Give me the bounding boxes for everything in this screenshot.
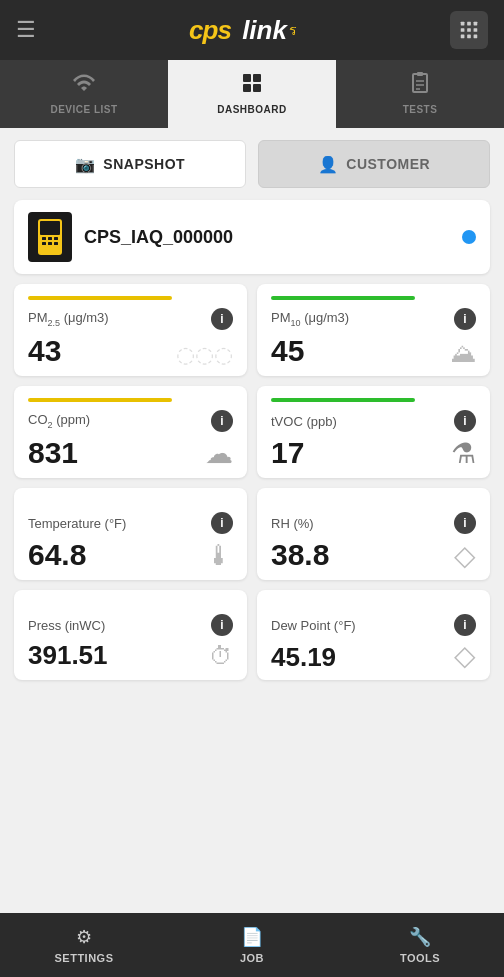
nav-tabs: DEVICE LIST DASHBOARD TESTS — [0, 60, 504, 128]
rh-bar — [271, 500, 415, 504]
svg-rect-19 — [40, 221, 60, 235]
dewpoint-value: 45.19 — [271, 644, 336, 670]
logo-cps: cps — [189, 15, 231, 46]
svg-rect-23 — [42, 242, 46, 245]
action-buttons: 📷 SNAPSHOT 👤 CUSTOMER — [0, 128, 504, 200]
press-bar — [28, 602, 172, 606]
svg-rect-4 — [467, 28, 471, 32]
svg-rect-25 — [54, 242, 58, 245]
dashboard-icon — [240, 71, 264, 100]
rh-info-button[interactable]: i — [454, 512, 476, 534]
tab-dashboard-label: DASHBOARD — [217, 104, 287, 115]
dewpoint-info-button[interactable]: i — [454, 614, 476, 636]
svg-rect-1 — [467, 22, 471, 26]
device-image-icon — [36, 219, 64, 255]
tab-tests-label: TESTS — [403, 104, 438, 115]
device-area: CPS_IAQ_000000 PM2.5 (μg/m3) i 43 ◌◌◌ PM… — [0, 200, 504, 913]
co2-bar — [28, 398, 172, 402]
person-icon: 👤 — [318, 155, 339, 174]
svg-rect-9 — [243, 74, 251, 82]
metric-temperature: Temperature (°F) i 64.8 🌡 — [14, 488, 247, 580]
metrics-grid: PM2.5 (μg/m3) i 43 ◌◌◌ PM10 (μg/m3) i 45… — [14, 284, 490, 680]
co2-value: 831 — [28, 438, 78, 468]
svg-rect-12 — [253, 84, 261, 92]
temp-value: 64.8 — [28, 540, 86, 570]
customer-label: CUSTOMER — [346, 156, 430, 172]
header: ☰ cps link ร — [0, 0, 504, 60]
tvoc-value: 17 — [271, 438, 304, 468]
tvoc-bar — [271, 398, 415, 402]
tvoc-icon: ⚗ — [451, 440, 476, 468]
device-status-indicator — [462, 230, 476, 244]
job-button[interactable]: 📄 JOB — [168, 913, 336, 977]
svg-rect-24 — [48, 242, 52, 245]
logo-link: link — [242, 15, 287, 46]
dewpoint-bar — [271, 602, 415, 606]
snapshot-label: SNAPSHOT — [103, 156, 185, 172]
pm10-bar — [271, 296, 415, 300]
tools-label: TOOLS — [400, 952, 440, 964]
tvoc-label: tVOC (ppb) — [271, 414, 337, 429]
dewpoint-icon: ◇ — [454, 642, 476, 670]
dewpoint-label: Dew Point (°F) — [271, 618, 356, 633]
tab-dashboard[interactable]: DASHBOARD — [168, 60, 336, 128]
settings-label: SETTINGS — [54, 952, 113, 964]
svg-rect-14 — [417, 72, 423, 76]
tools-button[interactable]: 🔧 TOOLS — [336, 913, 504, 977]
settings-icon: ⚙ — [76, 926, 92, 948]
tab-tests[interactable]: TESTS — [336, 60, 504, 128]
device-header[interactable]: CPS_IAQ_000000 — [14, 200, 490, 274]
metric-co2: CO2 (ppm) i 831 ☁ — [14, 386, 247, 478]
temp-icon: 🌡 — [205, 542, 233, 570]
press-value: 391.51 — [28, 642, 108, 668]
wifi-icon — [72, 71, 96, 100]
pm10-label: PM10 (μg/m3) — [271, 310, 349, 328]
pm10-value: 45 — [271, 336, 304, 366]
svg-rect-8 — [474, 35, 478, 39]
pm25-bar — [28, 296, 172, 300]
logo-signal-icon: ร — [289, 19, 297, 41]
metric-pm10: PM10 (μg/m3) i 45 ⛰ — [257, 284, 490, 376]
tvoc-info-button[interactable]: i — [454, 410, 476, 432]
pm10-icon: ⛰ — [450, 340, 476, 366]
rh-icon: ◇ — [454, 542, 476, 570]
pm25-value: 43 — [28, 336, 61, 366]
press-info-button[interactable]: i — [211, 614, 233, 636]
press-label: Press (inWC) — [28, 618, 105, 633]
svg-rect-0 — [461, 22, 465, 26]
rh-label: RH (%) — [271, 516, 314, 531]
pm10-info-button[interactable]: i — [454, 308, 476, 330]
co2-info-button[interactable]: i — [211, 410, 233, 432]
metric-press: Press (inWC) i 391.51 ⏱ — [14, 590, 247, 680]
metric-tvoc: tVOC (ppb) i 17 ⚗ — [257, 386, 490, 478]
grid-button[interactable] — [450, 11, 488, 49]
logo: cps link ร — [189, 15, 297, 46]
job-label: JOB — [240, 952, 264, 964]
grid-icon — [458, 19, 480, 41]
svg-rect-6 — [461, 35, 465, 39]
tab-device-list-label: DEVICE LIST — [50, 104, 117, 115]
job-icon: 📄 — [241, 926, 263, 948]
svg-rect-7 — [467, 35, 471, 39]
co2-label: CO2 (ppm) — [28, 412, 90, 430]
svg-rect-2 — [474, 22, 478, 26]
tab-device-list[interactable]: DEVICE LIST — [0, 60, 168, 128]
bottom-bar: ⚙ SETTINGS 📄 JOB 🔧 TOOLS — [0, 913, 504, 977]
pm25-info-button[interactable]: i — [211, 308, 233, 330]
co2-icon: ☁ — [205, 440, 233, 468]
svg-rect-20 — [42, 237, 46, 240]
temp-info-button[interactable]: i — [211, 512, 233, 534]
svg-rect-22 — [54, 237, 58, 240]
customer-button[interactable]: 👤 CUSTOMER — [258, 140, 490, 188]
pm25-label: PM2.5 (μg/m3) — [28, 310, 109, 328]
rh-value: 38.8 — [271, 540, 329, 570]
metric-pm25: PM2.5 (μg/m3) i 43 ◌◌◌ — [14, 284, 247, 376]
menu-icon[interactable]: ☰ — [16, 17, 36, 43]
clipboard-icon — [408, 71, 432, 100]
pm25-icon: ◌◌◌ — [176, 344, 233, 366]
snapshot-button[interactable]: 📷 SNAPSHOT — [14, 140, 246, 188]
svg-rect-10 — [253, 74, 261, 82]
settings-button[interactable]: ⚙ SETTINGS — [0, 913, 168, 977]
tools-icon: 🔧 — [409, 926, 431, 948]
metric-dewpoint: Dew Point (°F) i 45.19 ◇ — [257, 590, 490, 680]
